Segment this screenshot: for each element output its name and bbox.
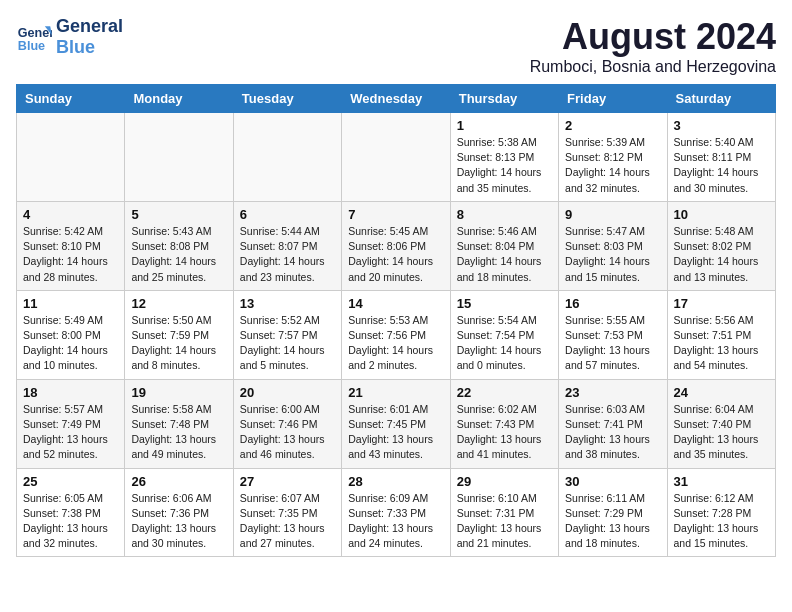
weekday-thursday: Thursday [450,85,558,113]
day-info: Sunrise: 5:49 AM Sunset: 8:00 PM Dayligh… [23,313,118,374]
day-number: 19 [131,385,226,400]
day-cell-22: 22Sunrise: 6:02 AM Sunset: 7:43 PM Dayli… [450,379,558,468]
day-cell-21: 21Sunrise: 6:01 AM Sunset: 7:45 PM Dayli… [342,379,450,468]
day-cell-23: 23Sunrise: 6:03 AM Sunset: 7:41 PM Dayli… [559,379,667,468]
day-cell-29: 29Sunrise: 6:10 AM Sunset: 7:31 PM Dayli… [450,468,558,557]
day-info: Sunrise: 5:40 AM Sunset: 8:11 PM Dayligh… [674,135,769,196]
day-info: Sunrise: 6:12 AM Sunset: 7:28 PM Dayligh… [674,491,769,552]
day-number: 9 [565,207,660,222]
day-number: 6 [240,207,335,222]
day-info: Sunrise: 5:48 AM Sunset: 8:02 PM Dayligh… [674,224,769,285]
day-cell-14: 14Sunrise: 5:53 AM Sunset: 7:56 PM Dayli… [342,290,450,379]
day-number: 11 [23,296,118,311]
month-title: August 2024 [530,16,776,58]
day-info: Sunrise: 5:42 AM Sunset: 8:10 PM Dayligh… [23,224,118,285]
page-header: General Blue General Blue August 2024 Ru… [16,16,776,76]
week-row-3: 11Sunrise: 5:49 AM Sunset: 8:00 PM Dayli… [17,290,776,379]
day-number: 23 [565,385,660,400]
weekday-wednesday: Wednesday [342,85,450,113]
logo-line2: Blue [56,37,123,58]
day-number: 27 [240,474,335,489]
day-info: Sunrise: 5:38 AM Sunset: 8:13 PM Dayligh… [457,135,552,196]
empty-cell [342,113,450,202]
day-number: 5 [131,207,226,222]
day-cell-20: 20Sunrise: 6:00 AM Sunset: 7:46 PM Dayli… [233,379,341,468]
weekday-saturday: Saturday [667,85,775,113]
day-number: 4 [23,207,118,222]
day-info: Sunrise: 6:06 AM Sunset: 7:36 PM Dayligh… [131,491,226,552]
weekday-monday: Monday [125,85,233,113]
day-info: Sunrise: 5:52 AM Sunset: 7:57 PM Dayligh… [240,313,335,374]
day-cell-1: 1Sunrise: 5:38 AM Sunset: 8:13 PM Daylig… [450,113,558,202]
day-number: 8 [457,207,552,222]
day-cell-17: 17Sunrise: 5:56 AM Sunset: 7:51 PM Dayli… [667,290,775,379]
day-info: Sunrise: 6:10 AM Sunset: 7:31 PM Dayligh… [457,491,552,552]
day-number: 16 [565,296,660,311]
day-number: 26 [131,474,226,489]
day-number: 22 [457,385,552,400]
day-cell-24: 24Sunrise: 6:04 AM Sunset: 7:40 PM Dayli… [667,379,775,468]
location-title: Rumboci, Bosnia and Herzegovina [530,58,776,76]
day-number: 31 [674,474,769,489]
day-info: Sunrise: 6:05 AM Sunset: 7:38 PM Dayligh… [23,491,118,552]
day-info: Sunrise: 6:03 AM Sunset: 7:41 PM Dayligh… [565,402,660,463]
day-cell-4: 4Sunrise: 5:42 AM Sunset: 8:10 PM Daylig… [17,201,125,290]
weekday-header-row: SundayMondayTuesdayWednesdayThursdayFrid… [17,85,776,113]
week-row-4: 18Sunrise: 5:57 AM Sunset: 7:49 PM Dayli… [17,379,776,468]
day-number: 12 [131,296,226,311]
svg-text:Blue: Blue [18,38,45,52]
day-info: Sunrise: 6:01 AM Sunset: 7:45 PM Dayligh… [348,402,443,463]
day-number: 21 [348,385,443,400]
day-info: Sunrise: 6:11 AM Sunset: 7:29 PM Dayligh… [565,491,660,552]
day-number: 17 [674,296,769,311]
day-cell-2: 2Sunrise: 5:39 AM Sunset: 8:12 PM Daylig… [559,113,667,202]
weekday-sunday: Sunday [17,85,125,113]
day-info: Sunrise: 5:46 AM Sunset: 8:04 PM Dayligh… [457,224,552,285]
day-cell-13: 13Sunrise: 5:52 AM Sunset: 7:57 PM Dayli… [233,290,341,379]
day-number: 24 [674,385,769,400]
day-info: Sunrise: 5:44 AM Sunset: 8:07 PM Dayligh… [240,224,335,285]
day-cell-9: 9Sunrise: 5:47 AM Sunset: 8:03 PM Daylig… [559,201,667,290]
day-number: 1 [457,118,552,133]
empty-cell [233,113,341,202]
day-info: Sunrise: 5:54 AM Sunset: 7:54 PM Dayligh… [457,313,552,374]
day-number: 10 [674,207,769,222]
calendar-table: SundayMondayTuesdayWednesdayThursdayFrid… [16,84,776,557]
day-info: Sunrise: 6:04 AM Sunset: 7:40 PM Dayligh… [674,402,769,463]
day-cell-26: 26Sunrise: 6:06 AM Sunset: 7:36 PM Dayli… [125,468,233,557]
day-cell-6: 6Sunrise: 5:44 AM Sunset: 8:07 PM Daylig… [233,201,341,290]
week-row-1: 1Sunrise: 5:38 AM Sunset: 8:13 PM Daylig… [17,113,776,202]
title-area: August 2024 Rumboci, Bosnia and Herzegov… [530,16,776,76]
logo-icon: General Blue [16,19,52,55]
day-cell-16: 16Sunrise: 5:55 AM Sunset: 7:53 PM Dayli… [559,290,667,379]
day-info: Sunrise: 5:45 AM Sunset: 8:06 PM Dayligh… [348,224,443,285]
day-info: Sunrise: 6:09 AM Sunset: 7:33 PM Dayligh… [348,491,443,552]
weekday-friday: Friday [559,85,667,113]
day-cell-25: 25Sunrise: 6:05 AM Sunset: 7:38 PM Dayli… [17,468,125,557]
day-info: Sunrise: 5:39 AM Sunset: 8:12 PM Dayligh… [565,135,660,196]
logo-line1: General [56,16,123,37]
day-number: 2 [565,118,660,133]
day-number: 20 [240,385,335,400]
day-cell-10: 10Sunrise: 5:48 AM Sunset: 8:02 PM Dayli… [667,201,775,290]
day-number: 15 [457,296,552,311]
day-info: Sunrise: 5:43 AM Sunset: 8:08 PM Dayligh… [131,224,226,285]
day-info: Sunrise: 5:57 AM Sunset: 7:49 PM Dayligh… [23,402,118,463]
day-cell-11: 11Sunrise: 5:49 AM Sunset: 8:00 PM Dayli… [17,290,125,379]
day-cell-30: 30Sunrise: 6:11 AM Sunset: 7:29 PM Dayli… [559,468,667,557]
day-cell-19: 19Sunrise: 5:58 AM Sunset: 7:48 PM Dayli… [125,379,233,468]
day-number: 7 [348,207,443,222]
empty-cell [17,113,125,202]
week-row-5: 25Sunrise: 6:05 AM Sunset: 7:38 PM Dayli… [17,468,776,557]
day-info: Sunrise: 5:47 AM Sunset: 8:03 PM Dayligh… [565,224,660,285]
day-cell-5: 5Sunrise: 5:43 AM Sunset: 8:08 PM Daylig… [125,201,233,290]
empty-cell [125,113,233,202]
day-cell-15: 15Sunrise: 5:54 AM Sunset: 7:54 PM Dayli… [450,290,558,379]
day-number: 25 [23,474,118,489]
day-number: 28 [348,474,443,489]
day-cell-8: 8Sunrise: 5:46 AM Sunset: 8:04 PM Daylig… [450,201,558,290]
day-cell-31: 31Sunrise: 6:12 AM Sunset: 7:28 PM Dayli… [667,468,775,557]
day-number: 3 [674,118,769,133]
day-number: 29 [457,474,552,489]
weekday-tuesday: Tuesday [233,85,341,113]
